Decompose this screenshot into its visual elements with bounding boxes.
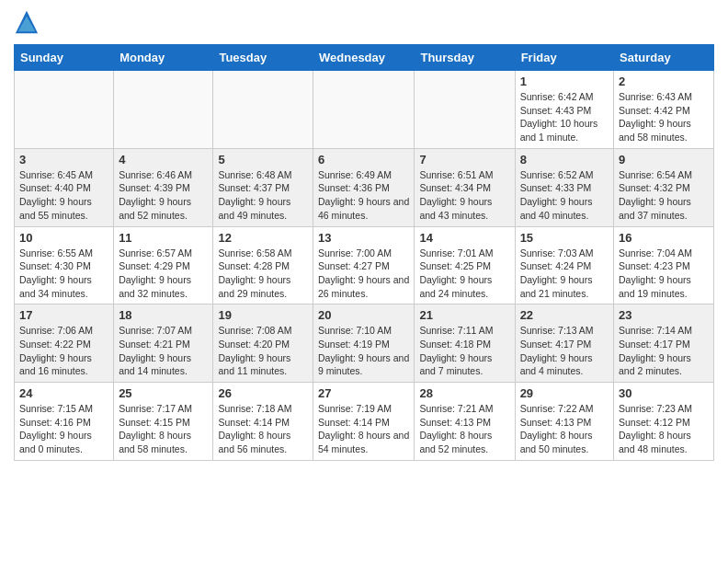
- day-number: 27: [318, 386, 409, 400]
- day-info: Sunrise: 6:52 AM Sunset: 4:33 PM Dayligh…: [520, 168, 609, 223]
- calendar-week-row: 17Sunrise: 7:06 AM Sunset: 4:22 PM Dayli…: [15, 304, 714, 383]
- calendar-cell: 28Sunrise: 7:21 AM Sunset: 4:13 PM Dayli…: [415, 383, 515, 461]
- day-info: Sunrise: 7:21 AM Sunset: 4:13 PM Dayligh…: [419, 402, 509, 456]
- calendar-cell: [15, 71, 114, 149]
- calendar-cell: [213, 71, 313, 149]
- calendar-cell: 14Sunrise: 7:01 AM Sunset: 4:25 PM Dayli…: [415, 226, 515, 304]
- day-number: 6: [318, 153, 409, 167]
- day-info: Sunrise: 7:15 AM Sunset: 4:16 PM Dayligh…: [19, 402, 108, 456]
- calendar-cell: 7Sunrise: 6:51 AM Sunset: 4:34 PM Daylig…: [415, 148, 515, 226]
- day-number: 15: [520, 231, 609, 245]
- day-info: Sunrise: 7:04 AM Sunset: 4:23 PM Dayligh…: [619, 247, 709, 301]
- calendar-cell: [415, 71, 515, 149]
- day-number: 17: [19, 308, 108, 322]
- day-number: 11: [119, 231, 208, 245]
- day-info: Sunrise: 6:51 AM Sunset: 4:34 PM Dayligh…: [419, 168, 509, 223]
- day-number: 29: [520, 386, 609, 400]
- calendar-cell: 15Sunrise: 7:03 AM Sunset: 4:24 PM Dayli…: [515, 226, 613, 304]
- day-info: Sunrise: 7:10 AM Sunset: 4:19 PM Dayligh…: [318, 324, 409, 378]
- day-number: 10: [19, 231, 108, 245]
- day-info: Sunrise: 7:23 AM Sunset: 4:12 PM Dayligh…: [619, 402, 709, 456]
- day-info: Sunrise: 7:01 AM Sunset: 4:25 PM Dayligh…: [419, 247, 509, 301]
- calendar-cell: 18Sunrise: 7:07 AM Sunset: 4:21 PM Dayli…: [114, 304, 213, 383]
- calendar-cell: 24Sunrise: 7:15 AM Sunset: 4:16 PM Dayli…: [15, 383, 114, 461]
- calendar-cell: 5Sunrise: 6:48 AM Sunset: 4:37 PM Daylig…: [213, 148, 313, 226]
- calendar-cell: 26Sunrise: 7:18 AM Sunset: 4:14 PM Dayli…: [213, 383, 313, 461]
- day-number: 22: [520, 308, 609, 322]
- logo-icon: [14, 9, 40, 35]
- logo: [14, 9, 43, 35]
- day-info: Sunrise: 6:58 AM Sunset: 4:28 PM Dayligh…: [218, 247, 308, 301]
- calendar-header-friday: Friday: [515, 45, 613, 71]
- calendar-header-row: SundayMondayTuesdayWednesdayThursdayFrid…: [15, 45, 714, 71]
- day-info: Sunrise: 7:07 AM Sunset: 4:21 PM Dayligh…: [119, 324, 208, 378]
- day-number: 21: [419, 308, 509, 322]
- day-number: 5: [218, 153, 308, 167]
- day-number: 4: [119, 153, 208, 167]
- day-info: Sunrise: 6:55 AM Sunset: 4:30 PM Dayligh…: [19, 247, 108, 301]
- day-number: 1: [520, 75, 609, 88]
- day-info: Sunrise: 7:19 AM Sunset: 4:14 PM Dayligh…: [318, 402, 409, 456]
- day-info: Sunrise: 7:18 AM Sunset: 4:14 PM Dayligh…: [218, 402, 308, 456]
- calendar-header-monday: Monday: [114, 45, 213, 71]
- day-number: 9: [619, 153, 709, 167]
- day-info: Sunrise: 7:00 AM Sunset: 4:27 PM Dayligh…: [318, 247, 409, 301]
- calendar-cell: 16Sunrise: 7:04 AM Sunset: 4:23 PM Dayli…: [614, 226, 714, 304]
- day-number: 3: [19, 153, 108, 167]
- day-info: Sunrise: 7:06 AM Sunset: 4:22 PM Dayligh…: [19, 324, 108, 378]
- day-number: 19: [218, 308, 308, 322]
- day-info: Sunrise: 6:48 AM Sunset: 4:37 PM Dayligh…: [218, 168, 308, 223]
- day-info: Sunrise: 7:22 AM Sunset: 4:13 PM Dayligh…: [520, 402, 609, 456]
- calendar-cell: 30Sunrise: 7:23 AM Sunset: 4:12 PM Dayli…: [614, 383, 714, 461]
- calendar-cell: 21Sunrise: 7:11 AM Sunset: 4:18 PM Dayli…: [415, 304, 515, 383]
- day-info: Sunrise: 7:11 AM Sunset: 4:18 PM Dayligh…: [419, 324, 509, 378]
- day-info: Sunrise: 7:17 AM Sunset: 4:15 PM Dayligh…: [119, 402, 208, 456]
- day-number: 18: [119, 308, 208, 322]
- calendar-cell: 6Sunrise: 6:49 AM Sunset: 4:36 PM Daylig…: [313, 148, 415, 226]
- day-number: 13: [318, 231, 409, 245]
- day-number: 25: [119, 386, 208, 400]
- day-number: 16: [619, 231, 709, 245]
- day-info: Sunrise: 6:46 AM Sunset: 4:39 PM Dayligh…: [119, 168, 208, 223]
- calendar-cell: 13Sunrise: 7:00 AM Sunset: 4:27 PM Dayli…: [313, 226, 415, 304]
- day-info: Sunrise: 6:42 AM Sunset: 4:43 PM Dayligh…: [520, 90, 609, 144]
- calendar-cell: 27Sunrise: 7:19 AM Sunset: 4:14 PM Dayli…: [313, 383, 415, 461]
- day-number: 2: [619, 75, 709, 88]
- calendar-cell: [313, 71, 415, 149]
- calendar-cell: 22Sunrise: 7:13 AM Sunset: 4:17 PM Dayli…: [515, 304, 613, 383]
- day-info: Sunrise: 7:13 AM Sunset: 4:17 PM Dayligh…: [520, 324, 609, 378]
- day-number: 24: [19, 386, 108, 400]
- day-number: 20: [318, 308, 409, 322]
- calendar-header-saturday: Saturday: [614, 45, 714, 71]
- calendar-cell: 8Sunrise: 6:52 AM Sunset: 4:33 PM Daylig…: [515, 148, 613, 226]
- calendar-week-row: 10Sunrise: 6:55 AM Sunset: 4:30 PM Dayli…: [15, 226, 714, 304]
- calendar-cell: 9Sunrise: 6:54 AM Sunset: 4:32 PM Daylig…: [614, 148, 714, 226]
- calendar-cell: 4Sunrise: 6:46 AM Sunset: 4:39 PM Daylig…: [114, 148, 213, 226]
- calendar-cell: 29Sunrise: 7:22 AM Sunset: 4:13 PM Dayli…: [515, 383, 613, 461]
- header: [14, 9, 714, 35]
- day-info: Sunrise: 7:08 AM Sunset: 4:20 PM Dayligh…: [218, 324, 308, 378]
- calendar-cell: 19Sunrise: 7:08 AM Sunset: 4:20 PM Dayli…: [213, 304, 313, 383]
- day-number: 7: [419, 153, 509, 167]
- calendar-week-row: 24Sunrise: 7:15 AM Sunset: 4:16 PM Dayli…: [15, 383, 714, 461]
- day-info: Sunrise: 6:43 AM Sunset: 4:42 PM Dayligh…: [619, 90, 709, 144]
- day-number: 30: [619, 386, 709, 400]
- day-info: Sunrise: 6:54 AM Sunset: 4:32 PM Dayligh…: [619, 168, 709, 223]
- day-number: 14: [419, 231, 509, 245]
- calendar-cell: 3Sunrise: 6:45 AM Sunset: 4:40 PM Daylig…: [15, 148, 114, 226]
- calendar-table: SundayMondayTuesdayWednesdayThursdayFrid…: [14, 44, 714, 461]
- calendar-header-thursday: Thursday: [415, 45, 515, 71]
- day-info: Sunrise: 7:03 AM Sunset: 4:24 PM Dayligh…: [520, 247, 609, 301]
- calendar-cell: 23Sunrise: 7:14 AM Sunset: 4:17 PM Dayli…: [614, 304, 714, 383]
- day-info: Sunrise: 6:57 AM Sunset: 4:29 PM Dayligh…: [119, 247, 208, 301]
- day-info: Sunrise: 7:14 AM Sunset: 4:17 PM Dayligh…: [619, 324, 709, 378]
- calendar-cell: [114, 71, 213, 149]
- calendar-week-row: 1Sunrise: 6:42 AM Sunset: 4:43 PM Daylig…: [15, 71, 714, 149]
- day-info: Sunrise: 6:49 AM Sunset: 4:36 PM Dayligh…: [318, 168, 409, 223]
- calendar-cell: 17Sunrise: 7:06 AM Sunset: 4:22 PM Dayli…: [15, 304, 114, 383]
- calendar-cell: 10Sunrise: 6:55 AM Sunset: 4:30 PM Dayli…: [15, 226, 114, 304]
- day-number: 8: [520, 153, 609, 167]
- day-number: 28: [419, 386, 509, 400]
- day-info: Sunrise: 6:45 AM Sunset: 4:40 PM Dayligh…: [19, 168, 108, 223]
- day-number: 12: [218, 231, 308, 245]
